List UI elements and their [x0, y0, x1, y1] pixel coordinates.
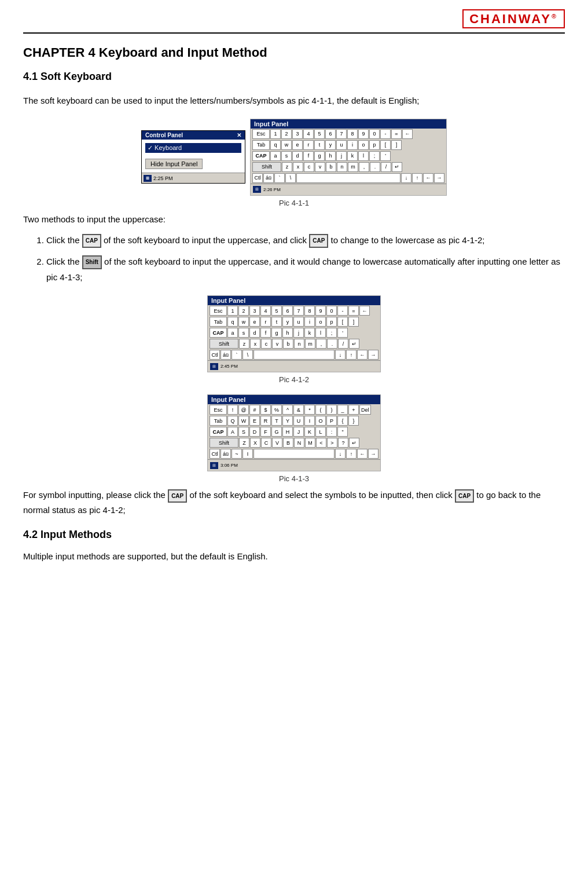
cp-body: ✓ Keyboard Hide Input Panel: [142, 140, 245, 173]
pic-411-container: Control Panel ✕ ✓ Keyboard Hide Input Pa…: [23, 119, 565, 207]
kb-t[interactable]: t: [314, 140, 325, 150]
kb-v[interactable]: v: [315, 162, 325, 172]
kb-esc[interactable]: Esc: [252, 129, 270, 139]
cp-keyboard-item[interactable]: ✓ Keyboard: [145, 143, 241, 153]
kb-shift[interactable]: Shift: [252, 162, 281, 172]
cp-hide-button[interactable]: Hide Input Panel: [145, 159, 203, 169]
cap-button-2[interactable]: CAP: [309, 234, 328, 248]
shift-button-1[interactable]: Shift: [82, 255, 102, 269]
kb3-cap[interactable]: CAP: [210, 427, 227, 437]
kb-6[interactable]: 6: [325, 129, 336, 139]
kb-r[interactable]: r: [303, 140, 314, 150]
kb-0[interactable]: 0: [369, 129, 380, 139]
kb-q[interactable]: q: [270, 140, 281, 150]
kb2-esc[interactable]: Esc: [210, 306, 227, 316]
kb-3[interactable]: 3: [292, 129, 303, 139]
kb2-cap[interactable]: CAP: [210, 328, 227, 338]
kb-row3: CAP a s d f g h j k l ; ': [251, 151, 446, 162]
kb-j[interactable]: j: [336, 151, 347, 161]
cp-start-btn[interactable]: ⊞: [144, 175, 152, 182]
kb-c[interactable]: c: [304, 162, 314, 172]
kb-i[interactable]: i: [347, 140, 358, 150]
method1-mid: of the soft keyboard to input the upperc…: [104, 235, 307, 245]
kb-lbracket[interactable]: [: [380, 140, 391, 150]
cap-button-3[interactable]: CAP: [168, 489, 187, 503]
cp-keyboard-label: ✓ Keyboard: [148, 144, 182, 152]
method2-mid: of the soft keyboard to input the upperc…: [46, 257, 560, 282]
kb-8[interactable]: 8: [347, 129, 358, 139]
kb-period[interactable]: .: [370, 162, 380, 172]
method-2: Click the Shift of the soft keyboard to …: [46, 254, 565, 285]
logo-text: CHAINWAY: [469, 12, 552, 26]
kb-f[interactable]: f: [303, 151, 314, 161]
kb-cap[interactable]: CAP: [252, 151, 270, 161]
kb-9[interactable]: 9: [358, 129, 369, 139]
kb-s[interactable]: s: [281, 151, 292, 161]
logo-registered: ®: [552, 13, 558, 20]
kb-backslash[interactable]: \: [285, 173, 296, 183]
kb-h[interactable]: h: [325, 151, 336, 161]
kb-b[interactable]: b: [326, 162, 336, 172]
kb-n[interactable]: n: [337, 162, 347, 172]
kb-z[interactable]: z: [282, 162, 292, 172]
kb-down[interactable]: ↓: [401, 173, 411, 183]
keyboard-3: Input Panel Esc ! @ # $ % ^ & * ( ) _ + …: [207, 394, 381, 471]
kb-backspace[interactable]: ←: [402, 129, 413, 139]
kb-4[interactable]: 4: [303, 129, 314, 139]
kb-y[interactable]: y: [325, 140, 336, 150]
section-41-intro: The soft keyboard can be used to input t…: [23, 93, 565, 108]
cap-button-1[interactable]: CAP: [82, 234, 101, 248]
cp-title: Control Panel: [145, 132, 183, 138]
cp-hide-btn-container: Hide Input Panel: [145, 156, 241, 169]
kb-up[interactable]: ↑: [412, 173, 422, 183]
kb-2[interactable]: 2: [281, 129, 292, 139]
kb-titlebar-3: Input Panel: [208, 395, 380, 404]
kb-d[interactable]: d: [292, 151, 303, 161]
kb-taskbar-2: ⊞ 2:45 PM: [208, 360, 380, 372]
kb-l[interactable]: l: [358, 151, 369, 161]
kb-u[interactable]: u: [336, 140, 347, 150]
kb-quote[interactable]: ': [380, 151, 391, 161]
chapter-title: CHAPTER 4 Keyboard and Input Method: [23, 45, 565, 60]
kb-w[interactable]: w: [281, 140, 292, 150]
kb-a[interactable]: a: [270, 151, 281, 161]
kb-p[interactable]: p: [369, 140, 380, 150]
kb-start-1[interactable]: ⊞: [253, 186, 261, 193]
kb-rbracket[interactable]: ]: [391, 140, 402, 150]
logo: CHAINWAY®: [462, 12, 565, 27]
kb-m[interactable]: m: [348, 162, 358, 172]
kb-space[interactable]: [296, 173, 400, 183]
kb-enter[interactable]: ↵: [392, 162, 402, 172]
kb-o[interactable]: o: [358, 140, 369, 150]
kb-titlebar-2: Input Panel: [208, 296, 380, 305]
kb-dash[interactable]: -: [380, 129, 391, 139]
keyboard-2: Input Panel Esc 1 2 3 4 5 6 7 8 9 0 - = …: [207, 295, 381, 372]
kb-right[interactable]: →: [434, 173, 444, 183]
method1-post: to change to the lowercase as pic 4-1-2;: [331, 235, 485, 245]
kb-e[interactable]: e: [292, 140, 303, 150]
kb-tab[interactable]: Tab: [252, 140, 270, 150]
kb-equals[interactable]: =: [391, 129, 402, 139]
two-methods-text: Two methods to input the uppercase:: [23, 212, 565, 227]
kb-5[interactable]: 5: [314, 129, 325, 139]
kb-backtick[interactable]: `: [274, 173, 285, 183]
kb-left[interactable]: ←: [423, 173, 433, 183]
section-42-body: Multiple input methods are supported, bu…: [23, 549, 565, 564]
kb-k[interactable]: k: [347, 151, 358, 161]
cap-button-4[interactable]: CAP: [455, 489, 474, 503]
pic-411-split: Control Panel ✕ ✓ Keyboard Hide Input Pa…: [141, 119, 447, 196]
method-1: Click the CAP of the soft keyboard to in…: [46, 232, 565, 248]
kb-g[interactable]: g: [314, 151, 325, 161]
cp-close[interactable]: ✕: [237, 132, 241, 138]
cp-taskbar-1: ⊞ 2:25 PM: [142, 173, 245, 183]
kb-slash[interactable]: /: [381, 162, 391, 172]
kb-x[interactable]: x: [293, 162, 303, 172]
kb-1[interactable]: 1: [270, 129, 281, 139]
cp-time-1: 2:25 PM: [153, 175, 173, 181]
kb-ctl[interactable]: Ctl: [252, 173, 263, 183]
kb-comma[interactable]: ,: [359, 162, 369, 172]
kb-au[interactable]: áü: [263, 173, 274, 183]
kb-7[interactable]: 7: [336, 129, 347, 139]
symbol-pre: For symbol inputting, please click the: [23, 490, 166, 500]
kb-semicolon[interactable]: ;: [369, 151, 380, 161]
